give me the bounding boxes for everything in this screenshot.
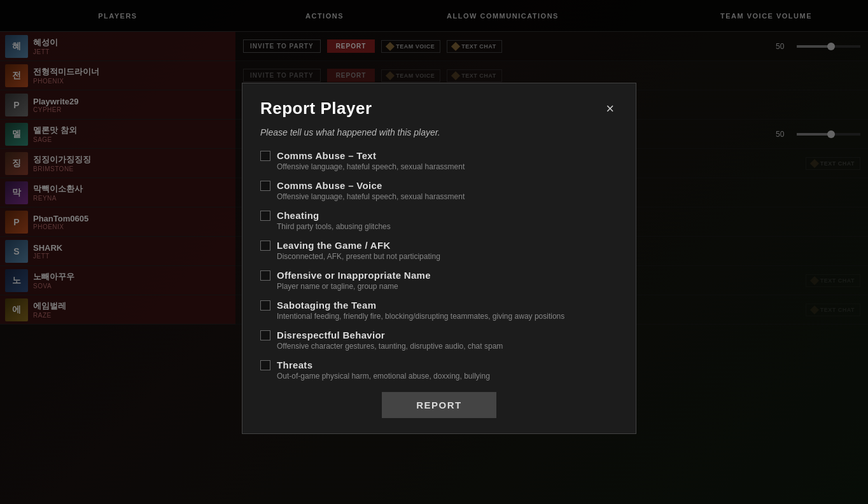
report-option-threats: Threats Out-of-game physical harm, emoti… [260, 360, 618, 381]
checkbox-comms-text[interactable] [260, 151, 270, 161]
checkbox-disrespect[interactable] [260, 330, 270, 340]
report-option-disrespect: Disrespectful Behavior Offensive charact… [260, 330, 618, 351]
option-label-comms-text: Comms Abuse – Text [277, 150, 376, 161]
report-option-comms-text: Comms Abuse – Text Offensive language, h… [260, 150, 618, 171]
report-option-comms-voice: Comms Abuse – Voice Offensive language, … [260, 180, 618, 201]
checkbox-afk[interactable] [260, 241, 270, 251]
checkbox-threats[interactable] [260, 360, 270, 370]
option-desc-comms-text: Offensive language, hateful speech, sexu… [277, 162, 618, 171]
report-option-sabotage: Sabotaging the Team Intentional feeding,… [260, 300, 618, 321]
option-label-disrespect: Disrespectful Behavior [277, 330, 385, 340]
option-desc-name: Player name or tagline, group name [277, 282, 618, 291]
report-option-afk: Leaving the Game / AFK Disconnected, AFK… [260, 240, 618, 261]
report-option-cheating: Cheating Third party tools, abusing glit… [260, 210, 618, 231]
report-modal: Report Player × Please tell us what happ… [242, 83, 636, 434]
option-label-cheating: Cheating [277, 210, 319, 221]
submit-report-button[interactable]: Report [382, 392, 496, 418]
modal-subtitle: Please tell us what happened with this p… [260, 127, 618, 137]
option-desc-threats: Out-of-game physical harm, emotional abu… [277, 372, 618, 381]
option-label-threats: Threats [277, 360, 312, 370]
report-option-name: Offensive or Inappropriate Name Player n… [260, 270, 618, 291]
option-label-comms-voice: Comms Abuse – Voice [277, 180, 382, 191]
checkbox-cheating[interactable] [260, 211, 270, 221]
option-desc-sabotage: Intentional feeding, friendly fire, bloc… [277, 312, 618, 321]
option-label-sabotage: Sabotaging the Team [277, 300, 376, 311]
checkbox-name[interactable] [260, 270, 270, 281]
option-desc-cheating: Third party tools, abusing glitches [277, 222, 618, 231]
checkbox-comms-voice[interactable] [260, 181, 270, 191]
option-desc-disrespect: Offensive character gestures, taunting, … [277, 342, 618, 351]
option-label-afk: Leaving the Game / AFK [277, 240, 391, 251]
modal-close-button[interactable]: × [602, 101, 618, 117]
option-desc-afk: Disconnected, AFK, present but not parti… [277, 252, 618, 261]
option-desc-comms-voice: Offensive language, hateful speech, sexu… [277, 192, 618, 201]
checkbox-sabotage[interactable] [260, 300, 270, 311]
modal-header: Report Player × [260, 99, 618, 118]
option-label-name: Offensive or Inappropriate Name [277, 270, 431, 281]
modal-title: Report Player [260, 99, 372, 118]
